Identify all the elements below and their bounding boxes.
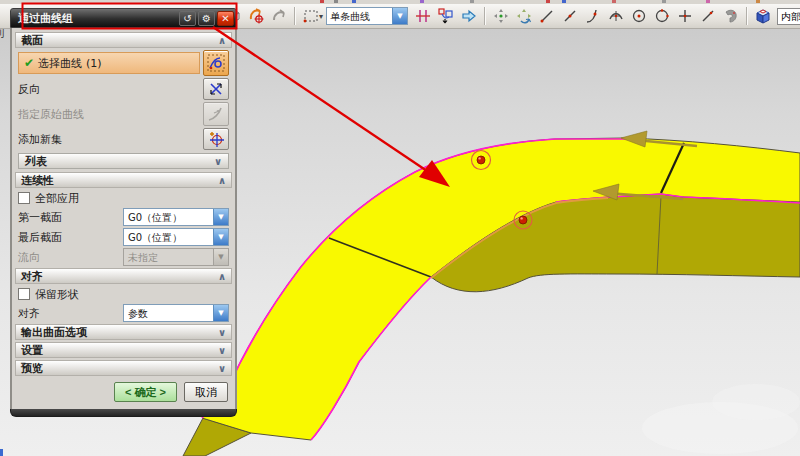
select-curves-row: ✔ 选择曲线 (1) xyxy=(18,50,229,76)
orient-wcs-icon[interactable] xyxy=(244,6,267,27)
advance-arrow-icon[interactable] xyxy=(457,6,480,27)
surface-top-face[interactable] xyxy=(202,138,800,440)
apply-to-all-label: 全部应用 xyxy=(35,191,229,206)
settings-header[interactable]: 设置 ∨ xyxy=(15,342,232,358)
reverse-label: 反向 xyxy=(18,82,203,97)
add-new-set-label: 添加新集 xyxy=(18,132,203,147)
through-curves-dialog: 通过曲线组 ↺ ⚙ ✕ 截面 ∧ ✔ 选择曲线 (1) 反向 xyxy=(10,8,237,417)
ok-button[interactable]: < 确定 > xyxy=(114,382,177,402)
output-surface-options-header[interactable]: 输出曲面选项 ∨ xyxy=(15,324,232,340)
follow-fillet-icon[interactable] xyxy=(434,6,457,27)
apply-to-all-row: 全部应用 xyxy=(18,190,229,206)
circle-center-snap-icon[interactable] xyxy=(627,6,650,27)
last-section-dropdown[interactable]: G0（位置） ▼ xyxy=(123,228,229,246)
select-curves-active-bar[interactable]: ✔ 选择曲线 (1) xyxy=(18,52,200,74)
curve-rule-combo[interactable]: 单条曲线 ▼ xyxy=(326,7,408,25)
dropdown-icon[interactable]: ▼ xyxy=(213,209,228,225)
alignment-label: 对齐 xyxy=(18,306,123,321)
list-subgroup-header[interactable]: 列表 ∨ xyxy=(18,153,229,169)
apply-to-all-checkbox[interactable] xyxy=(18,192,30,204)
intersection-snap-icon[interactable] xyxy=(696,6,719,27)
check-icon: ✔ xyxy=(24,56,34,70)
collapse-icon[interactable]: ∧ xyxy=(218,35,226,46)
last-section-value: G0（位置） xyxy=(124,229,213,245)
origin-curve-row: 指定原始曲线 xyxy=(18,102,229,126)
origin-curve-label: 指定原始曲线 xyxy=(18,107,203,122)
midpoint-snap-icon[interactable] xyxy=(558,6,581,27)
stop-at-intersection-icon[interactable] xyxy=(411,6,434,27)
origin-curve-button xyxy=(203,102,229,126)
snap-rotate-icon[interactable] xyxy=(512,6,535,27)
endpoint-snap-icon[interactable] xyxy=(535,6,558,27)
reverse-row: 反向 xyxy=(18,78,229,100)
dialog-title: 通过曲线组 xyxy=(18,11,177,26)
solid-face-snap-icon xyxy=(719,6,742,27)
flow-direction-dropdown: 未指定 ▼ xyxy=(123,248,229,266)
expand-icon[interactable]: ∨ xyxy=(218,363,226,374)
list-label: 列表 xyxy=(25,154,47,169)
alignment-value: 参数 xyxy=(124,305,213,321)
preserve-shape-checkbox[interactable] xyxy=(18,288,30,300)
reverse-direction-button[interactable] xyxy=(203,78,229,100)
curve-select-button[interactable] xyxy=(203,50,229,76)
alignment-group-title: 对齐 xyxy=(21,269,43,284)
settings-title: 设置 xyxy=(21,343,43,358)
continuity-group-title: 连续性 xyxy=(21,173,54,188)
dialog-options-gear-button[interactable]: ⚙ xyxy=(198,11,215,26)
first-section-dropdown[interactable]: G0（位置） ▼ xyxy=(123,208,229,226)
first-section-label: 第一截面 xyxy=(18,210,123,225)
expand-icon[interactable]: ∨ xyxy=(214,156,222,167)
collapse-icon[interactable]: ∧ xyxy=(218,175,226,186)
first-section-value: G0（位置） xyxy=(124,209,213,225)
redo-disabled-icon xyxy=(267,6,290,27)
collapse-icon[interactable]: ∧ xyxy=(218,271,226,282)
dialog-close-button[interactable]: ✕ xyxy=(217,11,234,26)
cancel-button[interactable]: 取消 xyxy=(184,382,228,402)
preview-title: 预览 xyxy=(21,361,43,376)
section-group-header[interactable]: 截面 ∧ xyxy=(15,32,232,48)
toolbar-overflow-strip xyxy=(0,0,800,4)
toolbar-separator xyxy=(746,7,747,25)
toolbar-separator xyxy=(484,7,485,25)
ghost-surface-2 xyxy=(712,384,800,420)
output-surface-options-title: 输出曲面选项 xyxy=(21,325,87,340)
curve-rule-value: 单条曲线 xyxy=(327,8,392,24)
preserve-shape-row: 保留形状 xyxy=(18,286,229,302)
flow-direction-label: 流向 xyxy=(18,250,123,265)
expand-icon[interactable]: ∨ xyxy=(218,327,226,338)
add-new-set-row: 添加新集 xyxy=(18,128,229,150)
flow-direction-value: 未指定 xyxy=(124,249,213,265)
toolbar-separator xyxy=(294,7,295,25)
dialog-body: 截面 ∧ ✔ 选择曲线 (1) 反向 指定原始曲线 xyxy=(10,28,237,409)
alignment-dropdown[interactable]: 参数 ▼ xyxy=(123,304,229,322)
existing-point-snap-icon[interactable] xyxy=(673,6,696,27)
preserve-shape-label: 保留形状 xyxy=(35,287,229,302)
continuity-group-header[interactable]: 连续性 ∧ xyxy=(15,172,232,188)
dropdown-icon[interactable]: ▼ xyxy=(213,305,228,321)
section-group-title: 截面 xyxy=(21,33,43,48)
first-section-row: 第一截面 G0（位置） ▼ xyxy=(18,208,229,226)
add-new-set-button[interactable] xyxy=(203,128,229,150)
marquee-caret-icon[interactable]: ▾ xyxy=(319,12,323,21)
arc-center-snap-icon[interactable] xyxy=(604,6,627,27)
select-curves-count: (1) xyxy=(86,57,102,70)
preview-header[interactable]: 预览 ∨ xyxy=(15,360,232,376)
clipped-blue-mark xyxy=(0,449,3,456)
dialog-bottom-grip[interactable] xyxy=(10,409,237,417)
point-on-curve-snap-icon[interactable] xyxy=(581,6,604,27)
dialog-titlebar[interactable]: 通过曲线组 ↺ ⚙ ✕ xyxy=(10,8,237,28)
expand-icon[interactable]: ∨ xyxy=(218,345,226,356)
select-curves-label: 选择曲线 xyxy=(38,56,82,71)
last-section-row: 最后截面 G0（位置） ▼ xyxy=(18,228,229,246)
snap-point-icon[interactable] xyxy=(489,6,512,27)
alignment-row: 对齐 参数 ▼ xyxy=(18,304,229,322)
curve-rule-dropdown-icon[interactable]: ▼ xyxy=(392,8,407,24)
quadrant-snap-icon[interactable] xyxy=(650,6,673,27)
dialog-reset-button[interactable]: ↺ xyxy=(179,11,196,26)
dropdown-icon[interactable]: ▼ xyxy=(213,229,228,245)
alignment-group-header[interactable]: 对齐 ∧ xyxy=(15,268,232,284)
part-filter-field[interactable] xyxy=(777,8,800,25)
datum-cube-icon[interactable] xyxy=(751,6,774,27)
last-section-label: 最后截面 xyxy=(18,230,123,245)
flow-direction-row: 流向 未指定 ▼ xyxy=(18,248,229,266)
